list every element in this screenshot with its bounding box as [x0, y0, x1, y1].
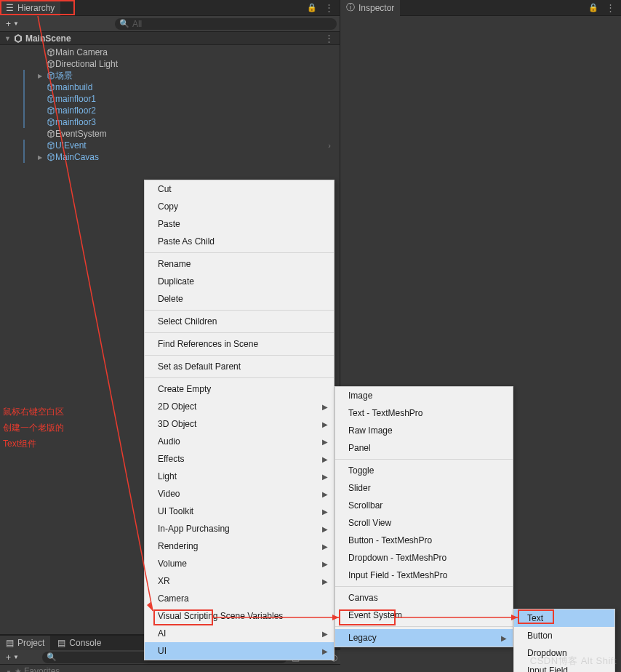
- tree-node[interactable]: mainfloor3: [0, 116, 340, 128]
- menu-item[interactable]: Set as Default Parent: [145, 358, 334, 375]
- lock-icon[interactable]: 🔒: [307, 3, 317, 12]
- tree-node[interactable]: Directional Light: [0, 58, 340, 70]
- menu-item[interactable]: Audio▶: [145, 433, 334, 450]
- search-input[interactable]: 🔍 All: [115, 18, 337, 30]
- project-tab[interactable]: ▤ Project: [0, 636, 50, 650]
- menu-item[interactable]: Dropdown - TextMeshPro: [335, 549, 513, 567]
- inspector-tab-bar: ⓘ Inspector 🔒 ⋮: [340, 0, 621, 16]
- submenu-arrow-icon: ▶: [322, 490, 328, 498]
- favorites-row[interactable]: ▼★ Favorites: [0, 665, 340, 672]
- submenu-arrow-icon: ▶: [322, 560, 328, 568]
- menu-separator: [335, 459, 513, 460]
- menu-item-label: 3D Object: [158, 419, 196, 429]
- menu-item[interactable]: Image: [335, 387, 513, 404]
- menu-item[interactable]: Scrollbar: [335, 497, 513, 514]
- menu-item[interactable]: Camera: [145, 590, 334, 607]
- tree-node[interactable]: ▶场景: [0, 70, 340, 81]
- menu-item[interactable]: Volume▶: [145, 555, 334, 572]
- submenu-arrow-icon: ▶: [322, 630, 328, 638]
- tab-menu-icon[interactable]: ⋮: [323, 2, 335, 13]
- annotation-box-ui: [153, 609, 213, 625]
- menu-item[interactable]: Create Empty: [145, 380, 334, 398]
- menu-item[interactable]: 2D Object▶: [145, 398, 334, 415]
- menu-item[interactable]: Light▶: [145, 468, 334, 485]
- menu-item[interactable]: AI▶: [145, 625, 334, 642]
- menu-item[interactable]: Slider: [335, 479, 513, 497]
- node-label: Main Camera: [55, 47, 108, 57]
- project-tab-label: Project: [17, 638, 44, 648]
- add-button[interactable]: + ▼: [3, 652, 22, 663]
- menu-item[interactable]: Raw Image: [335, 422, 513, 439]
- context-menu: CutCopyPastePaste As ChildRenameDuplicat…: [144, 180, 334, 660]
- tree-node[interactable]: EventSystem: [0, 128, 340, 140]
- menu-separator: [335, 586, 513, 587]
- menu-item[interactable]: Find References in Scene: [145, 335, 334, 353]
- inspector-tab[interactable]: ⓘ Inspector: [340, 0, 400, 16]
- menu-item[interactable]: Rename: [145, 255, 334, 273]
- menu-item[interactable]: Input Field - TextMeshPro: [335, 567, 513, 584]
- menu-item[interactable]: Legacy▶: [335, 629, 513, 647]
- annotation-text: 鼠标右键空白区 创建一个老版的 Text组件: [3, 404, 64, 452]
- menu-item[interactable]: Canvas: [335, 589, 513, 607]
- tree-node[interactable]: mainfloor2: [0, 105, 340, 116]
- menu-item[interactable]: Panel: [335, 439, 513, 457]
- menu-item-label: Video: [158, 489, 180, 499]
- menu-item[interactable]: Rendering▶: [145, 537, 334, 555]
- menu-item[interactable]: Delete: [145, 290, 334, 308]
- submenu-arrow-icon: ▶: [322, 577, 328, 585]
- menu-item[interactable]: In-App Purchasing▶: [145, 520, 334, 537]
- menu-separator: [145, 310, 334, 311]
- scene-arrow-icon: ▼: [4, 35, 11, 42]
- unity-icon: [14, 34, 23, 43]
- plus-icon: +: [6, 19, 11, 29]
- menu-item[interactable]: XR▶: [145, 572, 334, 590]
- menu-item[interactable]: Button - TextMeshPro: [335, 532, 513, 549]
- tree-node[interactable]: mainfloor1: [0, 93, 340, 105]
- menu-item[interactable]: Select Children: [145, 313, 334, 330]
- lock-icon[interactable]: 🔒: [588, 3, 598, 12]
- menu-item[interactable]: UI▶: [145, 642, 334, 660]
- annotation-box-hierarchy: [0, 0, 75, 15]
- menu-item[interactable]: Video▶: [145, 485, 334, 503]
- menu-item[interactable]: UI Toolkit▶: [145, 503, 334, 520]
- menu-item[interactable]: Cut: [145, 180, 334, 198]
- menu-item[interactable]: Paste: [145, 215, 334, 233]
- console-tab-label: Console: [69, 638, 101, 648]
- menu-item[interactable]: 3D Object▶: [145, 415, 334, 433]
- menu-item-label: Audio: [158, 436, 180, 447]
- submenu-arrow-icon: ▶: [322, 473, 328, 481]
- tree-node[interactable]: mainbuild: [0, 81, 340, 93]
- menu-item[interactable]: Scroll View: [335, 514, 513, 532]
- menu-item-label: Select Children: [158, 316, 217, 327]
- node-label: mainfloor3: [55, 117, 96, 127]
- menu-item[interactable]: Copy: [145, 198, 334, 215]
- menu-item-label: Paste: [158, 219, 180, 229]
- menu-separator: [145, 332, 334, 333]
- menu-item[interactable]: Button: [514, 627, 614, 644]
- menu-item-label: Create Empty: [158, 384, 211, 394]
- menu-item-label: Set as Default Parent: [158, 361, 241, 372]
- scene-header[interactable]: ▼ MainScene ⋮: [0, 32, 340, 45]
- annotation-box-text: [518, 609, 554, 624]
- menu-item-label: In-App Purchasing: [158, 524, 230, 534]
- menu-item[interactable]: Text - TextMeshPro: [335, 404, 513, 422]
- console-tab[interactable]: ▤ Console: [52, 636, 107, 650]
- dropdown-arrow-icon: ▼: [13, 20, 19, 27]
- menu-item-label: Copy: [158, 201, 178, 212]
- menu-item[interactable]: Duplicate: [145, 273, 334, 290]
- submenu-arrow-icon: ▶: [322, 420, 328, 428]
- menu-item-label: Slider: [348, 483, 371, 493]
- menu-item[interactable]: Paste As Child: [145, 233, 334, 250]
- menu-item-label: Image: [348, 391, 372, 401]
- scene-menu-icon[interactable]: ⋮: [323, 33, 335, 44]
- menu-item-label: Canvas: [348, 593, 378, 603]
- tree-node[interactable]: Main Camera: [0, 47, 340, 58]
- submenu-arrow-icon: ▶: [322, 647, 328, 655]
- tree-node[interactable]: UIEvent›: [0, 140, 340, 151]
- add-button[interactable]: + ▼: [3, 19, 22, 29]
- menu-item[interactable]: Toggle: [335, 462, 513, 479]
- menu-item[interactable]: Effects▶: [145, 450, 334, 468]
- tab-menu-icon[interactable]: ⋮: [604, 2, 617, 13]
- plus-icon: +: [6, 652, 11, 663]
- tree-node[interactable]: ▶MainCavas: [0, 151, 340, 163]
